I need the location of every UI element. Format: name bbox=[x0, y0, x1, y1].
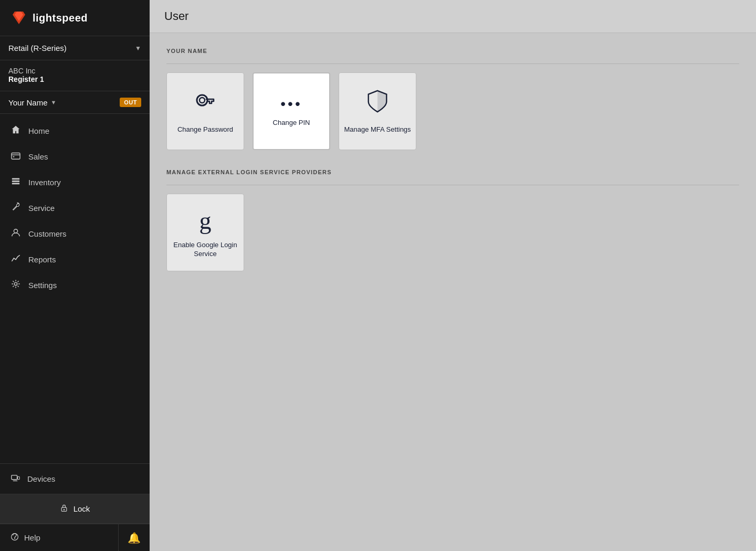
sidebar: lightspeed Retail (R-Series) ▼ ABC Inc R… bbox=[0, 0, 150, 551]
settings-icon bbox=[10, 279, 21, 291]
sidebar-item-reports[interactable]: Reports bbox=[0, 247, 150, 272]
sidebar-logo: lightspeed bbox=[0, 0, 150, 36]
service-icon bbox=[10, 202, 21, 214]
out-badge: OUT bbox=[120, 98, 141, 107]
external-login-cards-row: g Enable Google Login Service bbox=[166, 194, 739, 271]
svg-rect-0 bbox=[12, 153, 20, 160]
store-selector-arrow-icon: ▼ bbox=[135, 45, 141, 52]
help-row: Help 🔔 bbox=[0, 524, 150, 551]
svg-point-5 bbox=[14, 229, 17, 233]
help-label: Help bbox=[24, 533, 40, 542]
change-password-card[interactable]: Change Password bbox=[166, 72, 244, 150]
manage-mfa-label: Manage MFA Settings bbox=[344, 125, 411, 134]
store-info: ABC Inc Register 1 bbox=[0, 60, 150, 91]
nav-items: Home Sales Inventory Service Customers bbox=[0, 114, 150, 463]
register-name: Register 1 bbox=[8, 75, 141, 83]
svg-point-13 bbox=[200, 98, 205, 103]
sidebar-item-sales[interactable]: Sales bbox=[0, 144, 150, 169]
lock-icon bbox=[60, 504, 68, 514]
lock-button[interactable]: Lock bbox=[0, 494, 150, 524]
section1-divider bbox=[166, 63, 739, 64]
manage-mfa-card[interactable]: Manage MFA Settings bbox=[339, 72, 416, 150]
sidebar-label-sales: Sales bbox=[28, 152, 48, 161]
svg-rect-8 bbox=[18, 476, 20, 479]
home-icon bbox=[10, 125, 21, 137]
page-header: User bbox=[150, 0, 756, 33]
change-pin-label: Change PIN bbox=[273, 119, 310, 128]
sidebar-label-customers: Customers bbox=[28, 229, 67, 238]
section2-header: MANAGE EXTERNAL LOGIN SERVICE PROVIDERS bbox=[166, 169, 739, 185]
section1-header: YOUR NAME bbox=[166, 48, 739, 64]
enable-google-card[interactable]: g Enable Google Login Service bbox=[166, 194, 244, 271]
sales-icon bbox=[10, 151, 21, 163]
user-dropdown-icon: ▼ bbox=[51, 99, 57, 105]
enable-google-label: Enable Google Login Service bbox=[167, 241, 244, 259]
page-title: User bbox=[164, 9, 741, 23]
svg-rect-4 bbox=[12, 183, 19, 185]
svg-rect-3 bbox=[12, 181, 19, 182]
inventory-icon bbox=[10, 176, 21, 188]
user-cards-row: Change Password ••• Change PIN Manage MF… bbox=[166, 72, 739, 150]
devices-icon bbox=[10, 473, 20, 484]
pin-dots-icon: ••• bbox=[280, 96, 302, 112]
customers-icon bbox=[10, 228, 21, 240]
main-content: User YOUR NAME Change Password bbox=[150, 0, 756, 551]
store-selector[interactable]: Retail (R-Series) ▼ bbox=[0, 36, 150, 60]
sidebar-item-inventory[interactable]: Inventory bbox=[0, 169, 150, 195]
section2-divider bbox=[166, 185, 739, 185]
lock-label: Lock bbox=[74, 504, 90, 513]
change-pin-card[interactable]: ••• Change PIN bbox=[253, 72, 330, 150]
shield-icon bbox=[366, 89, 389, 119]
content-area: YOUR NAME Change Password ••• Change PIN bbox=[150, 33, 756, 551]
user-row: Your Name ▼ OUT bbox=[0, 91, 150, 114]
svg-rect-1 bbox=[13, 156, 15, 157]
notification-button[interactable]: 🔔 bbox=[118, 524, 150, 551]
store-name: ABC Inc bbox=[8, 67, 141, 75]
sidebar-item-home[interactable]: Home bbox=[0, 118, 150, 144]
sidebar-item-devices[interactable]: Devices bbox=[0, 464, 150, 494]
user-name-area[interactable]: Your Name ▼ bbox=[8, 98, 56, 107]
svg-rect-7 bbox=[12, 475, 17, 480]
bell-icon: 🔔 bbox=[128, 532, 141, 544]
sidebar-item-service[interactable]: Service bbox=[0, 195, 150, 221]
sidebar-label-service: Service bbox=[28, 204, 55, 213]
svg-point-6 bbox=[14, 282, 17, 285]
sidebar-label-home: Home bbox=[28, 126, 49, 135]
sidebar-label-inventory: Inventory bbox=[28, 178, 61, 187]
store-selector-label: Retail (R-Series) bbox=[8, 44, 67, 52]
section2-label: MANAGE EXTERNAL LOGIN SERVICE PROVIDERS bbox=[166, 169, 739, 175]
svg-rect-2 bbox=[12, 178, 19, 180]
sidebar-label-reports: Reports bbox=[28, 255, 56, 264]
key-icon bbox=[193, 89, 218, 119]
sidebar-item-customers[interactable]: Customers bbox=[0, 221, 150, 247]
user-name: Your Name bbox=[8, 98, 48, 107]
sidebar-item-settings[interactable]: Settings bbox=[0, 272, 150, 298]
help-button[interactable]: Help bbox=[0, 524, 118, 551]
svg-point-10 bbox=[63, 509, 64, 510]
lightspeed-logo-icon bbox=[10, 9, 27, 26]
help-icon bbox=[10, 533, 19, 543]
app-name: lightspeed bbox=[33, 12, 88, 24]
svg-point-12 bbox=[197, 95, 207, 105]
sidebar-label-devices: Devices bbox=[27, 474, 55, 483]
sidebar-bottom: Devices Lock Help 🔔 bbox=[0, 463, 150, 551]
change-password-label: Change Password bbox=[177, 125, 233, 134]
section1-label: YOUR NAME bbox=[166, 48, 739, 54]
reports-icon bbox=[10, 253, 21, 266]
google-g-icon: g bbox=[200, 207, 212, 235]
sidebar-label-settings: Settings bbox=[28, 281, 57, 290]
